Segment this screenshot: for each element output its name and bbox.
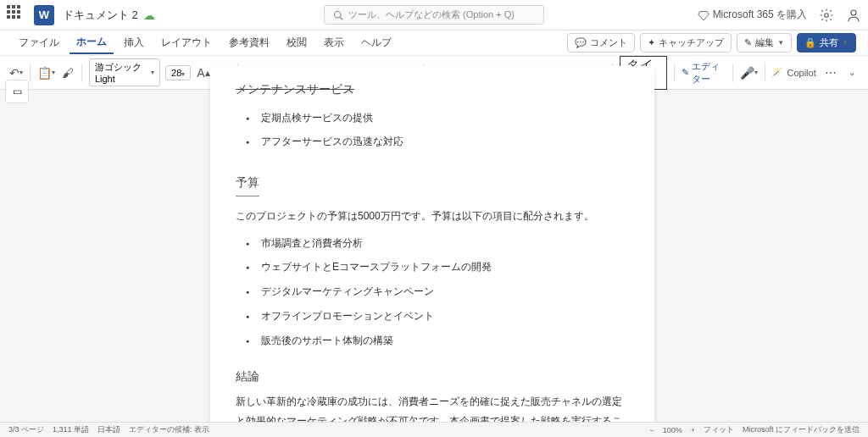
- app-launcher-icon[interactable]: [7, 5, 27, 25]
- comments-button[interactable]: 💬 コメント: [567, 33, 635, 53]
- word-count[interactable]: 1,311 単語: [53, 424, 89, 435]
- feedback-link[interactable]: Microsoft にフィードバックを送信: [743, 424, 860, 435]
- zoom-in-icon[interactable]: +: [691, 426, 695, 434]
- doc-list[interactable]: 定期点検サービスの提供 アフターサービスの迅速な対応: [236, 106, 629, 155]
- svg-point-0: [335, 11, 342, 18]
- ribbon-overflow-icon[interactable]: ⋯: [821, 66, 840, 80]
- search-icon: [333, 10, 343, 20]
- menu-help[interactable]: ヘルプ: [354, 32, 398, 53]
- list-item[interactable]: 定期点検サービスの提供: [261, 106, 629, 130]
- list-item[interactable]: 市場調査と消費者分析: [261, 231, 629, 256]
- diamond-icon: [698, 9, 709, 21]
- zoom-out-icon[interactable]: −: [649, 426, 654, 434]
- editor-button[interactable]: ✎ エディター: [682, 60, 726, 86]
- font-name-dropdown[interactable]: 游ゴシック Light▾: [89, 58, 160, 86]
- copilot-button[interactable]: 🪄 Copilot: [771, 67, 815, 78]
- language[interactable]: 日本語: [97, 424, 120, 435]
- status-bar: 3/3 ページ 1,311 単語 日本語 エディターの候補: 表示 − 100%…: [0, 422, 868, 437]
- doc-heading[interactable]: 結論: [236, 365, 629, 388]
- editor-suggestions[interactable]: エディターの候補: 表示: [129, 424, 209, 435]
- svg-point-3: [851, 10, 856, 15]
- fit-page[interactable]: フィット: [704, 424, 734, 435]
- list-item[interactable]: デジタルマーケティングキャンペーン: [261, 279, 629, 304]
- catchup-button[interactable]: ✦ キャッチアップ: [640, 33, 732, 53]
- menu-layout[interactable]: レイアウト: [154, 32, 219, 53]
- settings-icon[interactable]: [819, 8, 834, 23]
- font-size-dropdown[interactable]: 28▾: [165, 65, 191, 80]
- document-content: メンテナンスサービス 定期点検サービスの提供 アフターサービスの迅速な対応 予算…: [236, 78, 629, 430]
- menu-review[interactable]: 校閲: [280, 32, 314, 53]
- navigation-pane-toggle[interactable]: ▭: [5, 80, 29, 103]
- collapse-ribbon-icon[interactable]: ⌄: [845, 64, 860, 82]
- menu-bar: ファイル ホーム 挿入 レイアウト 参考資料 校閲 表示 ヘルプ 💬 コメント …: [0, 30, 868, 56]
- document-title[interactable]: ドキュメント 2: [63, 8, 138, 23]
- save-status-icon[interactable]: ☁: [143, 8, 155, 22]
- buy-ms365-link[interactable]: Microsoft 365 を購入: [698, 8, 807, 22]
- doc-paragraph[interactable]: このプロジェクトの予算は5000万円です。予算は以下の項目に配分されます。: [236, 207, 629, 226]
- doc-heading[interactable]: メンテナンスサービス: [236, 78, 629, 101]
- word-app-icon: W: [34, 5, 54, 25]
- share-button[interactable]: 🔒 共有 ▼: [797, 33, 856, 53]
- menu-home[interactable]: ホーム: [70, 31, 114, 54]
- account-icon[interactable]: [846, 8, 861, 23]
- doc-heading[interactable]: 予算: [236, 171, 259, 196]
- document-page[interactable]: メンテナンスサービス 定期点検サービスの提供 アフターサービスの迅速な対応 予算…: [210, 66, 654, 430]
- paste-icon[interactable]: 📋▾: [37, 64, 55, 82]
- svg-line-1: [340, 17, 342, 19]
- page-icon: ▭: [13, 86, 22, 97]
- list-item[interactable]: ウェブサイトとEコマースプラットフォームの開発: [261, 255, 629, 279]
- grow-font-icon[interactable]: A▴: [196, 64, 210, 82]
- search-box[interactable]: ツール、ヘルプなどの検索 (Option + Q): [324, 5, 544, 25]
- doc-list[interactable]: 市場調査と消費者分析 ウェブサイトとEコマースプラットフォームの開発 デジタルマ…: [236, 231, 629, 353]
- menu-view[interactable]: 表示: [317, 32, 351, 53]
- svg-point-2: [825, 13, 829, 17]
- list-item[interactable]: オフラインプロモーションとイベント: [261, 304, 629, 329]
- search-placeholder: ツール、ヘルプなどの検索 (Option + Q): [348, 8, 515, 21]
- format-painter-icon[interactable]: 🖌: [60, 64, 75, 82]
- menu-insert[interactable]: 挿入: [117, 32, 151, 53]
- title-bar: W ドキュメント 2 ☁ ツール、ヘルプなどの検索 (Option + Q) M…: [0, 0, 868, 30]
- menu-references[interactable]: 参考資料: [222, 32, 276, 53]
- editing-mode-button[interactable]: ✎ 編集 ▼: [737, 33, 792, 53]
- zoom-level[interactable]: 100%: [663, 426, 682, 434]
- dictate-icon[interactable]: 🎤▾: [740, 64, 758, 82]
- menu-file[interactable]: ファイル: [12, 32, 66, 53]
- list-item[interactable]: アフターサービスの迅速な対応: [261, 130, 629, 154]
- list-item[interactable]: 販売後のサポート体制の構築: [261, 329, 629, 353]
- page-count[interactable]: 3/3 ページ: [8, 424, 44, 435]
